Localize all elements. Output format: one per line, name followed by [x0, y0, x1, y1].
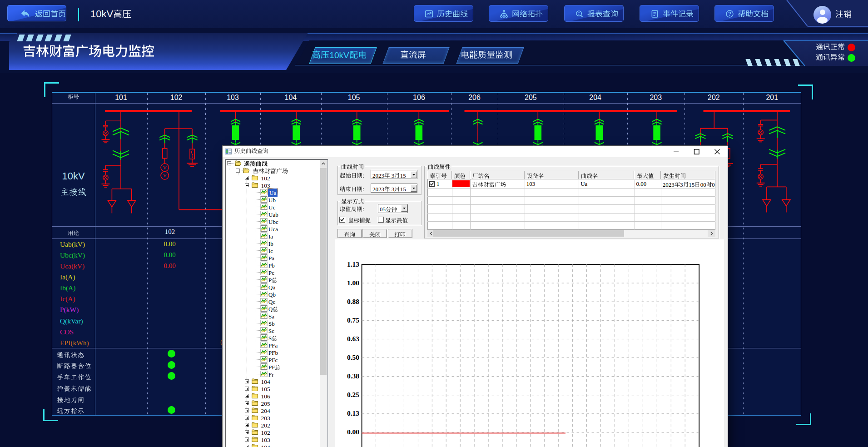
svg-text:V: V	[163, 173, 167, 178]
svg-text:V: V	[163, 165, 167, 170]
